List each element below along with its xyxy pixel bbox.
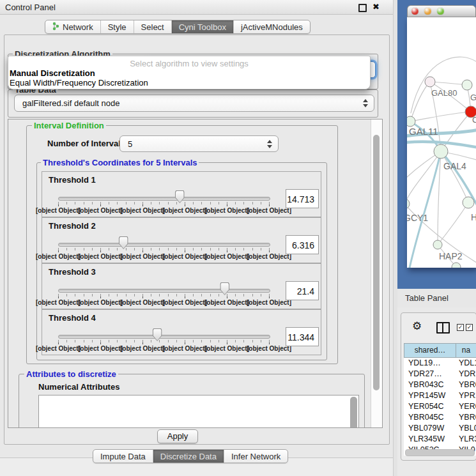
threshold-value-field[interactable]: 14.713 xyxy=(286,189,319,208)
scale-tick-label: [object Object] xyxy=(36,207,81,214)
tab-button[interactable]: jActiveMNodules xyxy=(234,20,310,33)
scale-tick-label: [object Object] xyxy=(120,207,165,214)
network-window-titlebar[interactable] xyxy=(407,5,476,17)
table-row[interactable]: YER054C YER0 xyxy=(404,401,476,412)
scale-tick-label: [object Object] xyxy=(162,253,207,260)
scale-tick-label: [object Object] xyxy=(120,345,165,352)
table-row[interactable]: YBL079W YBL0 xyxy=(404,423,476,434)
slider-thumb[interactable] xyxy=(153,328,162,341)
attribute-list-item[interactable] xyxy=(39,407,358,418)
interval-definition-groupbox: Interval Definition Number of Intervals … xyxy=(26,125,338,364)
table-row[interactable]: YBR043C YBR0 xyxy=(404,380,476,390)
scrollbar-thumb[interactable] xyxy=(373,135,380,390)
slider-scale-labels: [object Object][object Object][object Ob… xyxy=(58,299,269,306)
attributes-list-items xyxy=(39,395,358,428)
float-window-icon[interactable] xyxy=(358,4,367,12)
column-header-shared-name[interactable]: shared… xyxy=(404,344,456,357)
attributes-list-scrollbar[interactable] xyxy=(350,397,357,428)
svg-text:GAL4: GAL4 xyxy=(443,161,466,171)
scale-tick-label: [object Object] xyxy=(36,253,81,260)
numerical-attributes-label: Numerical Attributes xyxy=(38,382,119,392)
dropdown-option-manual[interactable]: Manual Discretization xyxy=(10,68,95,78)
mode-tab-label: Impute Data xyxy=(100,452,146,461)
minimize-traffic-light[interactable] xyxy=(424,8,431,15)
scale-tick-label: [object Object] xyxy=(36,299,81,306)
table-panel-inner: ⚙ ✓ ✓ shared… na YDL19… YDL1 YDR27… YDR2 xyxy=(401,312,476,461)
app-root: Control Panel ✖ Network Style Select Cyn… xyxy=(0,0,476,476)
num-intervals-spinner[interactable]: 5 xyxy=(119,135,279,152)
dropdown-option-equal-width[interactable]: Equal Width/Frequency Discretization xyxy=(10,78,148,88)
scale-tick-label: [object Object] xyxy=(162,207,207,214)
threshold-value-field[interactable]: 6.316 xyxy=(286,235,319,254)
table-panel-header: Table Panel xyxy=(397,289,476,308)
combo-arrows-icon xyxy=(363,98,368,108)
dropdown-prompt[interactable]: Select algorithm to view settings xyxy=(8,59,370,68)
network-canvas[interactable]: GAL80GAGAL11CGAL4GCY1HHAP2 xyxy=(407,17,476,268)
table-data-combobox[interactable]: galFiltered.sif default node xyxy=(14,95,374,112)
svg-text:H: H xyxy=(471,212,476,222)
tab-button[interactable]: Cyni Toolbox xyxy=(172,20,234,33)
slider-minor-ticks xyxy=(58,248,270,250)
table-horizontal-scrollbar[interactable] xyxy=(405,449,475,456)
table-row[interactable]: YLR345W YLR3 xyxy=(404,434,476,445)
column-header-name[interactable]: na xyxy=(456,344,476,357)
slider-minor-ticks xyxy=(58,294,270,296)
node-table: shared… na YDL19… YDL1 YDR27… YDR2 YBR04… xyxy=(404,343,476,456)
scale-tick-label: [object Object] xyxy=(120,253,165,260)
table-row[interactable]: YDR27… YDR2 xyxy=(404,369,476,380)
close-traffic-light[interactable] xyxy=(411,8,418,15)
slider-thumb[interactable] xyxy=(119,236,128,249)
attribute-list-item[interactable] xyxy=(39,395,358,407)
scale-tick-label: [object Object] xyxy=(204,253,249,260)
table-row[interactable]: YBR045C YBR0 xyxy=(404,412,476,423)
zoom-traffic-light[interactable] xyxy=(437,8,444,15)
scale-tick-label: [object Object] xyxy=(247,345,291,352)
table-data-value: galFiltered.sif default node xyxy=(22,98,119,108)
svg-text:GAL11: GAL11 xyxy=(409,126,438,137)
scale-tick-label: [object Object] xyxy=(247,253,291,260)
checkbox-icon[interactable]: ✓ xyxy=(457,324,464,331)
table-panel-title: Table Panel xyxy=(405,293,449,303)
tab-label: Style xyxy=(108,22,127,32)
threshold-row: Threshold 3 [object Object][object Objec… xyxy=(42,263,321,309)
threshold-value-field[interactable]: 11.344 xyxy=(286,327,319,346)
slider-scale-labels: [object Object][object Object][object Ob… xyxy=(58,345,269,352)
mode-tab-button[interactable]: Infer Network xyxy=(224,450,288,463)
slider-thumb[interactable] xyxy=(220,282,229,295)
settings-vertical-scrollbar[interactable] xyxy=(371,119,382,427)
tab-button[interactable]: Network xyxy=(45,20,101,33)
apply-button[interactable]: Apply xyxy=(157,429,198,443)
control-panel-titlebar: Control Panel ✖ xyxy=(0,0,393,15)
close-icon[interactable]: ✖ xyxy=(372,2,380,12)
tab-label: Cyni Toolbox xyxy=(179,22,226,32)
mode-tab-button[interactable]: Discretize Data xyxy=(153,450,224,463)
interval-definition-title: Interval Definition xyxy=(32,121,106,130)
tab-label: Network xyxy=(63,22,93,32)
attribute-list-item[interactable] xyxy=(39,418,358,428)
split-view-icon[interactable] xyxy=(436,322,450,334)
table-row[interactable]: YPR145W YPR1 xyxy=(404,390,476,401)
checkbox-icon[interactable]: ✓ xyxy=(466,324,473,331)
attributes-group-title: Attributes to discretize xyxy=(24,369,118,379)
gear-icon[interactable]: ⚙ xyxy=(412,319,422,332)
algorithm-dropdown-popup: Select algorithm to view settings Manual… xyxy=(8,56,371,89)
network-icon xyxy=(52,22,59,33)
svg-text:GA: GA xyxy=(470,93,476,102)
table-panel-body: ⚙ ✓ ✓ shared… na YDL19… YDL1 YDR27… YDR2 xyxy=(397,307,476,476)
threshold-value-field[interactable]: 21.4 xyxy=(286,281,319,300)
thresholds-group-title: Threshold's Coordinates for 5 Intervals xyxy=(41,158,199,167)
scale-tick-label: [object Object] xyxy=(162,345,207,352)
scale-tick-label: [object Object] xyxy=(247,299,291,306)
table-body: YDL19… YDL1 YDR27… YDR2 YBR043C YBR0 YPR… xyxy=(404,358,476,456)
mode-tab-button[interactable]: Impute Data xyxy=(93,450,153,463)
tab-button[interactable]: Select xyxy=(134,20,172,33)
table-row[interactable]: YDL19… YDL1 xyxy=(404,358,476,369)
tab-button[interactable]: Style xyxy=(101,20,134,33)
threshold-row: Threshold 2 [object Object][object Objec… xyxy=(42,217,321,263)
slider-scale-labels: [object Object][object Object][object Ob… xyxy=(58,253,269,260)
tab-label: Select xyxy=(141,22,164,32)
slider-thumb[interactable] xyxy=(175,190,185,203)
scale-tick-label: [object Object] xyxy=(36,345,81,352)
svg-text:GAL80: GAL80 xyxy=(431,88,457,98)
threshold-label: Threshold 4 xyxy=(49,313,96,323)
